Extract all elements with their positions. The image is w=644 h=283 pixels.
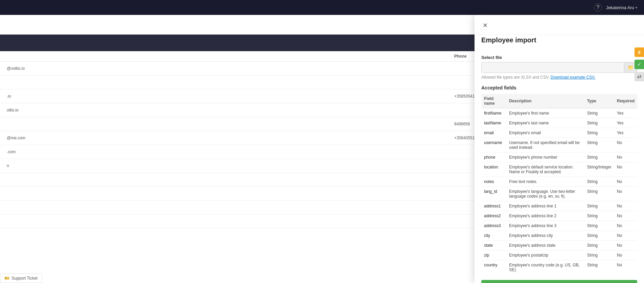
field-type: String	[584, 231, 614, 241]
field-name: username	[481, 138, 506, 153]
close-button[interactable]: ✕	[481, 20, 489, 31]
field-name: lang_id	[481, 187, 506, 201]
field-description: Employee's language. Use two-letter lang…	[506, 187, 584, 201]
panel-body: Select file 📁 Allowed file types are XLS…	[475, 48, 644, 283]
list-item: country Employee's country code (e.g. US…	[481, 260, 637, 275]
field-name: address2	[481, 211, 506, 221]
field-name: location	[481, 162, 506, 177]
list-item: lang_id Employee's language. Use two-let…	[481, 187, 637, 201]
list-item: zip Employee's postal/zip String No	[481, 250, 637, 260]
field-required: Yes	[614, 128, 637, 138]
col-description: Description	[506, 94, 584, 108]
field-name: firstName	[481, 108, 506, 118]
field-name: city	[481, 231, 506, 241]
field-required: No	[614, 162, 637, 177]
field-description: Employee's default service location. Nam…	[506, 162, 584, 177]
col-type: Type	[584, 94, 614, 108]
field-description: Employee's last name	[506, 118, 584, 128]
field-description: Username. If not specified email will be…	[506, 138, 584, 153]
cell-email: n	[7, 163, 454, 168]
col-email	[7, 54, 454, 59]
field-type: String	[584, 153, 614, 162]
field-type: String	[584, 260, 614, 275]
field-name: notes	[481, 177, 506, 187]
field-required: No	[614, 211, 637, 221]
cell-email: .com	[7, 149, 454, 154]
field-description: Employee's first name	[506, 108, 584, 118]
list-item: address2 Employee's address line 2 Strin…	[481, 211, 637, 221]
file-hint-text: Allowed file types are XLSX and CSV.	[481, 75, 549, 80]
accepted-fields-title: Accepted fields	[481, 85, 637, 90]
list-item: state Employee's address state String No	[481, 241, 637, 250]
field-type: String	[584, 211, 614, 221]
download-csv-link[interactable]: Download example CSV.	[550, 75, 595, 80]
field-required: No	[614, 221, 637, 231]
field-type: String	[584, 138, 614, 153]
field-name: zip	[481, 250, 506, 260]
help-icon[interactable]: ?	[594, 3, 602, 12]
cell-email: oltio.io	[7, 108, 454, 113]
field-required: No	[614, 138, 637, 153]
field-type: String	[584, 108, 614, 118]
field-name: address3	[481, 221, 506, 231]
cell-email: .io	[7, 94, 454, 99]
swap-badge[interactable]: ⇄	[635, 72, 644, 81]
field-name: email	[481, 128, 506, 138]
list-item: firstName Employee's first name String Y…	[481, 108, 637, 118]
field-type: String/Integer	[584, 162, 614, 177]
list-item: address3 Employee's address line 3 Strin…	[481, 221, 637, 231]
fields-table: Field name Description Type Required fir…	[481, 94, 637, 275]
field-type: String	[584, 201, 614, 211]
check-badge[interactable]: ✓	[635, 60, 644, 69]
field-description: Free text notes.	[506, 177, 584, 187]
user-menu[interactable]: Jekaterina Aru	[606, 5, 637, 10]
field-required: No	[614, 231, 637, 241]
select-file-label: Select file	[481, 55, 637, 60]
list-item: location Employee's default service loca…	[481, 162, 637, 177]
support-ticket[interactable]: 🎫 Support Ticket	[0, 274, 42, 283]
col-fieldname: Field name	[481, 94, 506, 108]
field-description: Employee's address city	[506, 231, 584, 241]
field-required: No	[614, 260, 637, 275]
field-type: String	[584, 128, 614, 138]
field-name: address1	[481, 201, 506, 211]
file-input-row: 📁	[481, 62, 637, 73]
main-layout: 👤 New Employee ≡ Employee Import ⤢ 🔍 ≡ P…	[0, 15, 644, 283]
field-type: String	[584, 241, 614, 250]
field-type: String	[584, 177, 614, 187]
field-required: No	[614, 241, 637, 250]
field-required: No	[614, 201, 637, 211]
field-required: Yes	[614, 118, 637, 128]
field-type: String	[584, 118, 614, 128]
list-item: phone Employee's phone number String No	[481, 153, 637, 162]
field-required: No	[614, 177, 637, 187]
field-description: Employee's postal/zip	[506, 250, 584, 260]
list-item: address1 Employee's address line 1 Strin…	[481, 201, 637, 211]
field-description: Employee's phone number	[506, 153, 584, 162]
panel-header: ✕	[475, 15, 644, 35]
field-required: No	[614, 250, 637, 260]
list-item: lastName Employee's last name String Yes	[481, 118, 637, 128]
file-text-input[interactable]	[482, 62, 624, 73]
field-description: Employee's address line 2	[506, 211, 584, 221]
field-type: String	[584, 221, 614, 231]
field-name: lastName	[481, 118, 506, 128]
field-required: No	[614, 153, 637, 162]
field-name: state	[481, 241, 506, 250]
field-description: Employee's country code (e.g. US, GB, SE…	[506, 260, 584, 275]
field-type: String	[584, 250, 614, 260]
field-description: Employee's address line 1	[506, 201, 584, 211]
submit-button[interactable]: Submit	[481, 280, 637, 283]
field-required: No	[614, 187, 637, 201]
notification-badge[interactable]: 8	[635, 47, 644, 57]
field-description: Employee's email	[506, 128, 584, 138]
ticket-icon: 🎫	[4, 276, 9, 281]
list-item: email Employee's email String Yes	[481, 128, 637, 138]
field-description: Employee's address line 3	[506, 221, 584, 231]
top-nav: ? Jekaterina Aru	[0, 0, 644, 15]
col-required: Required	[614, 94, 637, 108]
list-item: username Username. If not specified emai…	[481, 138, 637, 153]
list-item: notes Free text notes. String No	[481, 177, 637, 187]
field-name: country	[481, 260, 506, 275]
field-required: Yes	[614, 108, 637, 118]
